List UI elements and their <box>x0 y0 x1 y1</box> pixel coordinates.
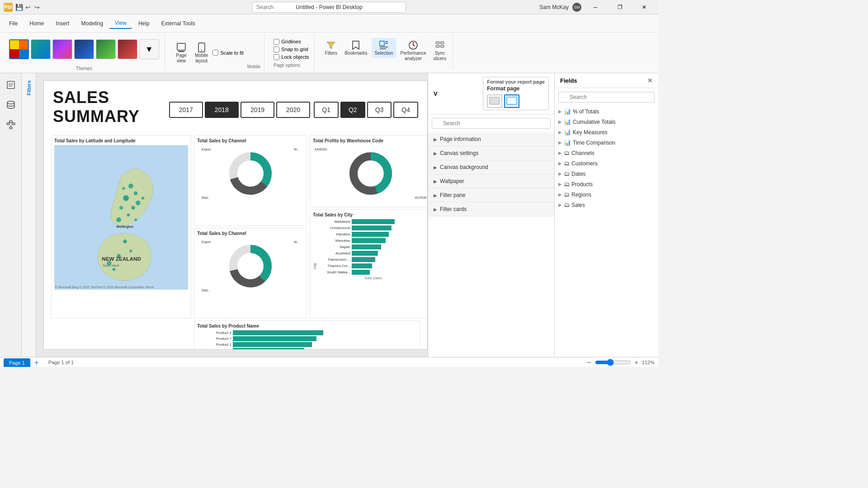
format-search-input[interactable] <box>432 118 551 129</box>
city-row-2: Christchurch <box>318 225 428 230</box>
year-2019[interactable]: 2019 <box>241 102 274 118</box>
theme-swatch-3[interactable] <box>52 39 72 59</box>
menu-external-tools[interactable]: External Tools <box>156 19 201 28</box>
fields-list: ▶ 📊 % of Totals ▶ 📊 Cumulative Totals ▶ … <box>555 106 658 357</box>
theme-swatch-7[interactable]: ▼ <box>139 39 159 59</box>
app-layout: Filters SALES SUMMARY 2017 2018 2019 202… <box>0 73 658 357</box>
lock-objects-check[interactable]: Lock objects <box>274 53 309 61</box>
selection-button[interactable]: Selection <box>372 38 396 58</box>
theme-swatch-6[interactable] <box>118 39 137 59</box>
close-button[interactable]: ✕ <box>634 0 655 14</box>
page-view-button[interactable]: Page view <box>172 36 190 69</box>
save-button[interactable]: 💾 <box>15 4 23 11</box>
scale-to-fit-check[interactable]: Scale to fit <box>212 49 243 56</box>
middle-charts: Total Sales by Channel Export W... Distr… <box>194 135 307 319</box>
chevron-canvas-settings: ▶ <box>434 151 437 156</box>
field-group-customers[interactable]: ▶ 🗂 Customers <box>555 158 658 169</box>
filters-button[interactable]: Filters <box>322 38 340 58</box>
field-group-dates[interactable]: ▶ 🗂 Dates <box>555 169 658 179</box>
fields-panel: Fields ✕ ▶ 📊 % of Totals ▶ 📊 Cumulative … <box>554 73 658 357</box>
field-group-cumulative[interactable]: ▶ 📊 Cumulative Totals <box>555 117 658 127</box>
format-section-wallpaper-header[interactable]: ▶ Wallpaper <box>428 174 554 188</box>
quarter-q1[interactable]: Q1 <box>314 102 339 118</box>
undo-button[interactable]: ↩ <box>24 4 32 11</box>
mobile-layout-icon <box>196 42 207 53</box>
fields-panel-close[interactable]: ✕ <box>647 77 653 84</box>
minimize-button[interactable]: ─ <box>585 0 606 14</box>
city-label-2: Christchurch <box>318 226 350 230</box>
menu-insert[interactable]: Insert <box>50 19 75 28</box>
field-group-sales[interactable]: ▶ 🗂 Sales <box>555 200 658 210</box>
theme-swatch-4[interactable] <box>74 39 94 59</box>
chevron-pct-totals: ▶ <box>558 109 562 114</box>
city-bar-title: Total Sales by City <box>313 212 428 217</box>
theme-swatch-1[interactable] <box>9 39 29 59</box>
theme-swatch-2[interactable] <box>31 39 51 59</box>
field-group-channels[interactable]: ▶ 🗂 Channels <box>555 148 658 158</box>
menu-file[interactable]: File <box>4 19 23 28</box>
product-label-4: Product 5 <box>202 348 231 350</box>
sidebar-model-icon[interactable] <box>3 117 19 133</box>
right-mid-charts: Total Profits by Warehouse Code AXW291 G… <box>310 135 428 319</box>
dashboard-header: SALES SUMMARY 2017 2018 2019 2020 Q1 Q2 … <box>44 81 427 135</box>
layout-icon-2[interactable] <box>504 94 519 108</box>
chevron-page-info: ▶ <box>434 137 437 142</box>
fields-search-container <box>555 88 658 106</box>
format-tooltip-text: Format your report page <box>487 79 545 84</box>
sync-slicers-label: Sync slicers <box>434 51 446 61</box>
ribbon: ▼ Themes Page view Mobile layout Scale t… <box>0 33 658 73</box>
quarter-q2[interactable]: Q2 <box>340 102 365 118</box>
filters-label-vertical[interactable]: Filters <box>24 77 33 99</box>
page-tabs: Page 1 + <box>4 357 41 367</box>
field-group-time-comparison[interactable]: ▶ 📊 Time Comparison <box>555 137 658 148</box>
donut2-distr-label: Distr... <box>202 289 211 292</box>
format-section-filter-pane-header[interactable]: ▶ Filter pane <box>428 188 554 202</box>
menu-help[interactable]: Help <box>133 19 155 28</box>
field-group-key-measures[interactable]: ▶ 📊 Key Measures <box>555 127 658 137</box>
fields-search-input[interactable] <box>558 92 655 103</box>
theme-swatch-5[interactable] <box>96 39 116 59</box>
performance-analyzer-button[interactable]: Performance analyzer <box>398 38 429 63</box>
format-section-canvas-bg-label: Canvas background <box>440 164 488 170</box>
field-group-products[interactable]: ▶ 🗂 Products <box>555 179 658 189</box>
layout-icon-1[interactable] <box>487 94 502 108</box>
redo-button[interactable]: ↪ <box>33 4 41 11</box>
year-2018[interactable]: 2018 <box>205 102 239 118</box>
svg-rect-0 <box>177 43 185 50</box>
search-input[interactable] <box>252 2 406 13</box>
city-label-1: Waitakere <box>318 220 350 224</box>
chevron-filter-pane: ▶ <box>434 193 437 198</box>
field-group-regions[interactable]: ▶ 🗂 Regions <box>555 189 658 200</box>
menu-view[interactable]: View <box>109 18 132 29</box>
format-section-canvas-bg-header[interactable]: ▶ Canvas background <box>428 160 554 174</box>
menu-modeling[interactable]: Modeling <box>75 19 108 28</box>
zoom-minus[interactable]: ─ <box>587 359 591 366</box>
mobile-layout-button[interactable]: Mobile layout <box>192 36 211 69</box>
zoom-slider[interactable] <box>595 359 631 366</box>
add-page-button[interactable]: + <box>32 358 41 367</box>
sidebar-data-icon[interactable] <box>3 97 19 113</box>
restore-button[interactable]: ❐ <box>609 0 630 14</box>
city-row-6: Auckland <box>318 251 428 256</box>
bookmarks-button[interactable]: Bookmarks <box>342 38 370 58</box>
svg-point-37 <box>134 218 137 221</box>
field-group-pct-totals[interactable]: ▶ 📊 % of Totals <box>555 106 658 117</box>
snap-to-grid-check[interactable]: Snap to grid <box>274 46 309 53</box>
quarter-q4[interactable]: Q4 <box>393 102 418 118</box>
format-section-filter-cards-header[interactable]: ▶ Filter cards <box>428 202 554 216</box>
year-2017[interactable]: 2017 <box>169 102 203 118</box>
quarter-q3[interactable]: Q3 <box>367 102 392 118</box>
city-y-axis-label: City <box>313 219 317 313</box>
gridlines-check[interactable]: Gridlines <box>274 38 309 46</box>
menu-home[interactable]: Home <box>24 19 49 28</box>
format-section-canvas-settings-header[interactable]: ▶ Canvas settings <box>428 146 554 160</box>
sales-label: Sales <box>571 202 585 208</box>
format-section-page-info-header[interactable]: ▶ Page information <box>428 132 554 146</box>
sidebar-report-icon[interactable] <box>3 77 19 93</box>
year-2020[interactable]: 2020 <box>276 102 310 118</box>
svg-rect-1 <box>178 51 184 52</box>
zoom-plus[interactable]: + <box>635 359 638 366</box>
city-row-9: South Waika... <box>318 270 428 275</box>
sync-slicers-button[interactable]: Sync slicers <box>431 38 449 63</box>
page-1-tab[interactable]: Page 1 <box>4 358 30 367</box>
